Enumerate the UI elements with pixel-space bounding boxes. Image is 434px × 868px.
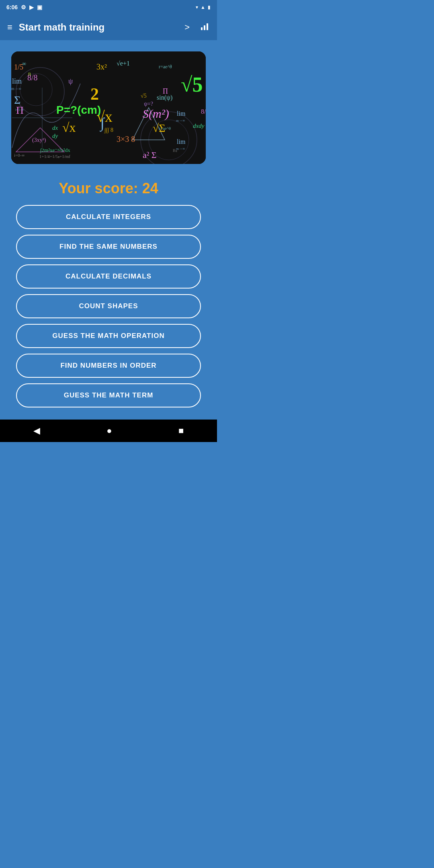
svg-text:lim: lim: [12, 77, 22, 85]
svg-rect-0: [201, 27, 203, 30]
shield-icon: ▶: [29, 4, 34, 10]
svg-text:(3xy³): (3xy³): [32, 137, 46, 143]
svg-text:√5: √5: [181, 73, 203, 96]
svg-text:B₂: B₂: [173, 148, 177, 153]
guess-math-term-button[interactable]: GUESS THE MATH TERM: [16, 383, 201, 407]
calculate-decimals-button[interactable]: CALCULATE DECIMALS: [16, 264, 201, 289]
svg-text:√x: √x: [96, 108, 113, 125]
svg-text:∫2m²xe⁻ⁿ²x²dx: ∫2m²xe⁻ⁿ²x²dx: [40, 147, 70, 154]
svg-text:a² Σ: a² Σ: [143, 150, 157, 160]
svg-text:ψ=?: ψ=?: [144, 101, 153, 107]
status-bar: 6:06 ⚙ ▶ ▣ ▾ ▲ ▮: [0, 0, 217, 14]
battery-icon: ▮: [208, 4, 211, 10]
status-right: ▾ ▲ ▮: [196, 4, 211, 10]
recent-button[interactable]: ■: [178, 426, 184, 436]
svg-text:3×3 8: 3×3 8: [117, 135, 135, 143]
calculate-integers-button[interactable]: CALCULATE INTEGERS: [16, 205, 201, 229]
settings-icon: ⚙: [21, 4, 26, 10]
svg-text:i=1-∞: i=1-∞: [15, 108, 24, 112]
svg-text:r=ae^θ: r=ae^θ: [159, 64, 172, 70]
svg-text:m→∞: m→∞: [11, 86, 21, 91]
status-left: 6:06 ⚙ ▶ ▣: [6, 4, 42, 10]
app-title: Start math training: [19, 22, 178, 33]
menu-button[interactable]: ≡: [7, 22, 12, 33]
svg-text:1+1/4+1/5₃+1/mf: 1+1/4+1/5₃+1/mf: [39, 154, 70, 159]
svg-text:dxdy: dxdy: [193, 123, 205, 129]
svg-text:n: n: [28, 71, 31, 77]
play-button[interactable]: >: [184, 22, 190, 33]
svg-text:m→∞: m→∞: [176, 147, 185, 151]
svg-text:√5: √5: [141, 93, 147, 99]
find-same-numbers-button[interactable]: FIND THE SAME NUMBERS: [16, 235, 201, 259]
count-shapes-button[interactable]: COUNT SHAPES: [16, 294, 201, 318]
svg-text:∞: ∞: [22, 61, 26, 67]
score-section: Your score: 24: [0, 170, 217, 205]
svg-text:dx: dx: [52, 125, 58, 131]
svg-rect-1: [204, 25, 205, 30]
svg-text:sin(ψ): sin(ψ): [157, 94, 172, 101]
svg-text:lim: lim: [177, 110, 186, 117]
svg-text:P=?(cm): P=?(cm): [56, 104, 101, 116]
svg-text:3x²: 3x²: [96, 62, 107, 71]
svg-text:lim: lim: [177, 138, 186, 145]
wifi-icon: ▾: [196, 4, 198, 10]
find-numbers-in-order-button[interactable]: FIND NUMBERS IN ORDER: [16, 354, 201, 378]
score-display: Your score: 24: [59, 180, 158, 197]
home-button[interactable]: ●: [106, 426, 112, 436]
hero-container: lim m→∞ lim m→∞ lim m→∞ √x √Σ √5 P=?(cm)…: [0, 40, 217, 170]
stats-button[interactable]: [200, 22, 210, 33]
svg-text:i=0-∞: i=0-∞: [14, 153, 25, 158]
bottom-nav: ◀ ● ■: [0, 420, 217, 442]
svg-text:dy: dy: [52, 133, 58, 139]
sim-icon: ▣: [37, 4, 42, 10]
svg-text:Σ: Σ: [14, 94, 20, 106]
math-background: lim m→∞ lim m→∞ lim m→∞ √x √Σ √5 P=?(cm)…: [11, 51, 206, 164]
svg-text:S(m²): S(m²): [143, 107, 169, 121]
back-button[interactable]: ◀: [33, 426, 40, 436]
svg-text:m→∞: m→∞: [176, 119, 185, 123]
app-bar: ≡ Start math training >: [0, 14, 217, 40]
signal-icon: ▲: [201, 4, 205, 10]
svg-rect-2: [207, 23, 208, 30]
svg-text:√e+1: √e+1: [117, 60, 130, 67]
svg-text:2: 2: [90, 85, 99, 103]
svg-text:ψ: ψ: [68, 77, 73, 85]
status-time: 6:06: [6, 4, 18, 10]
svg-text:r=ae^θ: r=ae^θ: [159, 126, 171, 131]
buttons-section: CALCULATE INTEGERS FIND THE SAME NUMBERS…: [0, 205, 217, 420]
svg-text:√x: √x: [62, 120, 76, 135]
svg-text:∫∫∫ 8: ∫∫∫ 8: [104, 127, 113, 133]
svg-text:8/8: 8/8: [201, 108, 206, 115]
guess-math-operation-button[interactable]: GUESS THE MATH OPERATION: [16, 324, 201, 348]
hero-image: lim m→∞ lim m→∞ lim m→∞ √x √Σ √5 P=?(cm)…: [11, 51, 206, 164]
